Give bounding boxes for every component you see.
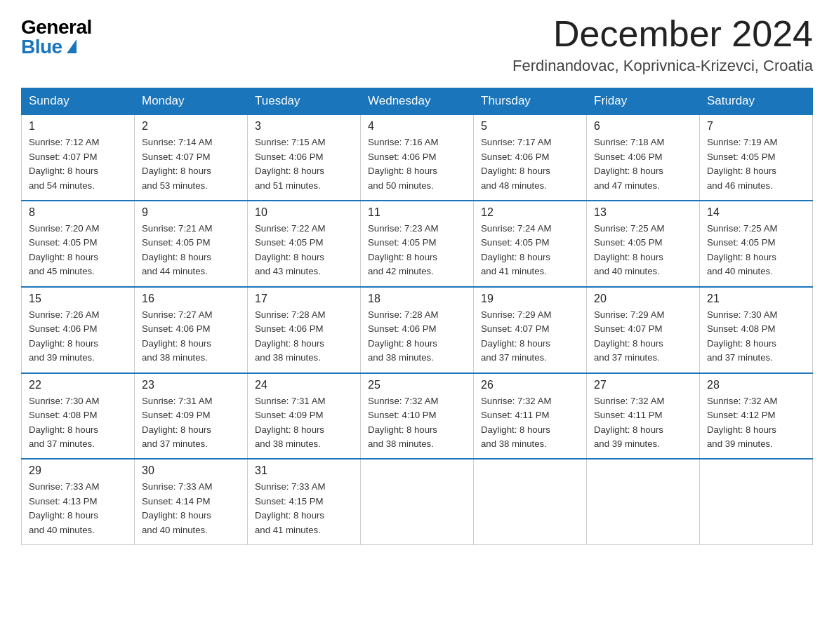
day-info: Sunrise: 7:30 AM Sunset: 4:08 PM Dayligh… xyxy=(707,308,805,365)
day-number: 21 xyxy=(707,293,805,305)
calendar-week-row: 29 Sunrise: 7:33 AM Sunset: 4:13 PM Dayl… xyxy=(22,459,813,544)
day-info: Sunrise: 7:15 AM Sunset: 4:06 PM Dayligh… xyxy=(255,135,353,193)
col-saturday: Saturday xyxy=(700,88,813,115)
col-friday: Friday xyxy=(587,88,700,115)
day-info: Sunrise: 7:23 AM Sunset: 4:05 PM Dayligh… xyxy=(368,222,466,279)
day-info: Sunrise: 7:30 AM Sunset: 4:08 PM Dayligh… xyxy=(29,394,127,452)
day-number: 4 xyxy=(368,120,466,133)
day-info: Sunrise: 7:29 AM Sunset: 4:07 PM Dayligh… xyxy=(481,308,579,365)
day-info: Sunrise: 7:32 AM Sunset: 4:11 PM Dayligh… xyxy=(594,394,692,452)
day-info: Sunrise: 7:16 AM Sunset: 4:06 PM Dayligh… xyxy=(368,135,466,193)
day-number: 22 xyxy=(29,379,127,391)
table-row: 2 Sunrise: 7:14 AM Sunset: 4:07 PM Dayli… xyxy=(135,114,248,201)
day-info: Sunrise: 7:25 AM Sunset: 4:05 PM Dayligh… xyxy=(707,222,805,279)
table-row: 28 Sunrise: 7:32 AM Sunset: 4:12 PM Dayl… xyxy=(700,373,813,459)
title-area: December 2024 Ferdinandovac, Koprivnica-… xyxy=(512,14,813,75)
header: General Blue December 2024 Ferdinandovac… xyxy=(21,14,813,75)
day-number: 30 xyxy=(142,464,240,477)
day-info: Sunrise: 7:32 AM Sunset: 4:12 PM Dayligh… xyxy=(707,394,805,452)
table-row: 4 Sunrise: 7:16 AM Sunset: 4:06 PM Dayli… xyxy=(361,114,474,201)
day-number: 31 xyxy=(255,464,353,477)
col-monday: Monday xyxy=(135,88,248,115)
table-row: 18 Sunrise: 7:28 AM Sunset: 4:06 PM Dayl… xyxy=(361,287,474,373)
day-info: Sunrise: 7:28 AM Sunset: 4:06 PM Dayligh… xyxy=(368,308,466,365)
table-row: 10 Sunrise: 7:22 AM Sunset: 4:05 PM Dayl… xyxy=(248,201,361,287)
day-info: Sunrise: 7:33 AM Sunset: 4:15 PM Dayligh… xyxy=(255,480,353,537)
day-info: Sunrise: 7:33 AM Sunset: 4:14 PM Dayligh… xyxy=(142,480,240,537)
day-info: Sunrise: 7:33 AM Sunset: 4:13 PM Dayligh… xyxy=(29,480,127,537)
table-row xyxy=(587,459,700,544)
table-row: 21 Sunrise: 7:30 AM Sunset: 4:08 PM Dayl… xyxy=(700,287,813,373)
table-row xyxy=(361,459,474,544)
table-row: 14 Sunrise: 7:25 AM Sunset: 4:05 PM Dayl… xyxy=(700,201,813,287)
day-info: Sunrise: 7:14 AM Sunset: 4:07 PM Dayligh… xyxy=(142,135,240,193)
table-row: 29 Sunrise: 7:33 AM Sunset: 4:13 PM Dayl… xyxy=(22,459,135,544)
col-wednesday: Wednesday xyxy=(361,88,474,115)
day-number: 23 xyxy=(142,379,240,391)
day-info: Sunrise: 7:17 AM Sunset: 4:06 PM Dayligh… xyxy=(481,135,579,193)
table-row: 31 Sunrise: 7:33 AM Sunset: 4:15 PM Dayl… xyxy=(248,459,361,544)
day-info: Sunrise: 7:24 AM Sunset: 4:05 PM Dayligh… xyxy=(481,222,579,279)
day-number: 19 xyxy=(481,293,579,305)
table-row: 23 Sunrise: 7:31 AM Sunset: 4:09 PM Dayl… xyxy=(135,373,248,459)
logo: General Blue xyxy=(21,14,92,57)
day-number: 13 xyxy=(594,206,692,219)
day-info: Sunrise: 7:18 AM Sunset: 4:06 PM Dayligh… xyxy=(594,135,692,193)
table-row: 24 Sunrise: 7:31 AM Sunset: 4:09 PM Dayl… xyxy=(248,373,361,459)
day-number: 17 xyxy=(255,293,353,305)
table-row: 22 Sunrise: 7:30 AM Sunset: 4:08 PM Dayl… xyxy=(22,373,135,459)
table-row: 7 Sunrise: 7:19 AM Sunset: 4:05 PM Dayli… xyxy=(700,114,813,201)
day-info: Sunrise: 7:29 AM Sunset: 4:07 PM Dayligh… xyxy=(594,308,692,365)
day-info: Sunrise: 7:22 AM Sunset: 4:05 PM Dayligh… xyxy=(255,222,353,279)
day-info: Sunrise: 7:21 AM Sunset: 4:05 PM Dayligh… xyxy=(142,222,240,279)
col-tuesday: Tuesday xyxy=(248,88,361,115)
day-info: Sunrise: 7:28 AM Sunset: 4:06 PM Dayligh… xyxy=(255,308,353,365)
table-row: 9 Sunrise: 7:21 AM Sunset: 4:05 PM Dayli… xyxy=(135,201,248,287)
table-row: 8 Sunrise: 7:20 AM Sunset: 4:05 PM Dayli… xyxy=(22,201,135,287)
day-number: 20 xyxy=(594,293,692,305)
day-number: 16 xyxy=(142,293,240,305)
day-info: Sunrise: 7:32 AM Sunset: 4:11 PM Dayligh… xyxy=(481,394,579,452)
day-number: 9 xyxy=(142,206,240,219)
table-row: 27 Sunrise: 7:32 AM Sunset: 4:11 PM Dayl… xyxy=(587,373,700,459)
day-info: Sunrise: 7:31 AM Sunset: 4:09 PM Dayligh… xyxy=(142,394,240,452)
table-row: 30 Sunrise: 7:33 AM Sunset: 4:14 PM Dayl… xyxy=(135,459,248,544)
col-thursday: Thursday xyxy=(474,88,587,115)
table-row: 15 Sunrise: 7:26 AM Sunset: 4:06 PM Dayl… xyxy=(22,287,135,373)
table-row: 20 Sunrise: 7:29 AM Sunset: 4:07 PM Dayl… xyxy=(587,287,700,373)
table-row: 3 Sunrise: 7:15 AM Sunset: 4:06 PM Dayli… xyxy=(248,114,361,201)
logo-blue-text: Blue xyxy=(21,37,77,57)
calendar-week-row: 15 Sunrise: 7:26 AM Sunset: 4:06 PM Dayl… xyxy=(22,287,813,373)
day-number: 27 xyxy=(594,379,692,391)
table-row: 12 Sunrise: 7:24 AM Sunset: 4:05 PM Dayl… xyxy=(474,201,587,287)
calendar-week-row: 1 Sunrise: 7:12 AM Sunset: 4:07 PM Dayli… xyxy=(22,114,813,201)
table-row: 6 Sunrise: 7:18 AM Sunset: 4:06 PM Dayli… xyxy=(587,114,700,201)
day-number: 2 xyxy=(142,120,240,133)
table-row: 25 Sunrise: 7:32 AM Sunset: 4:10 PM Dayl… xyxy=(361,373,474,459)
day-number: 18 xyxy=(368,293,466,305)
day-number: 5 xyxy=(481,120,579,133)
day-info: Sunrise: 7:32 AM Sunset: 4:10 PM Dayligh… xyxy=(368,394,466,452)
day-info: Sunrise: 7:27 AM Sunset: 4:06 PM Dayligh… xyxy=(142,308,240,365)
day-number: 3 xyxy=(255,120,353,133)
table-row: 11 Sunrise: 7:23 AM Sunset: 4:05 PM Dayl… xyxy=(361,201,474,287)
table-row: 19 Sunrise: 7:29 AM Sunset: 4:07 PM Dayl… xyxy=(474,287,587,373)
table-row: 16 Sunrise: 7:27 AM Sunset: 4:06 PM Dayl… xyxy=(135,287,248,373)
day-number: 12 xyxy=(481,206,579,219)
day-info: Sunrise: 7:31 AM Sunset: 4:09 PM Dayligh… xyxy=(255,394,353,452)
day-number: 28 xyxy=(707,379,805,391)
col-sunday: Sunday xyxy=(22,88,135,115)
day-number: 15 xyxy=(29,293,127,305)
calendar-week-row: 8 Sunrise: 7:20 AM Sunset: 4:05 PM Dayli… xyxy=(22,201,813,287)
calendar-table: Sunday Monday Tuesday Wednesday Thursday… xyxy=(21,88,813,545)
day-number: 10 xyxy=(255,206,353,219)
logo-general-text: General xyxy=(21,18,92,37)
logo-triangle-icon xyxy=(67,39,77,53)
month-title: December 2024 xyxy=(512,14,813,54)
day-number: 14 xyxy=(707,206,805,219)
day-number: 11 xyxy=(368,206,466,219)
day-number: 25 xyxy=(368,379,466,391)
table-row: 26 Sunrise: 7:32 AM Sunset: 4:11 PM Dayl… xyxy=(474,373,587,459)
calendar-header-row: Sunday Monday Tuesday Wednesday Thursday… xyxy=(22,88,813,115)
table-row xyxy=(700,459,813,544)
